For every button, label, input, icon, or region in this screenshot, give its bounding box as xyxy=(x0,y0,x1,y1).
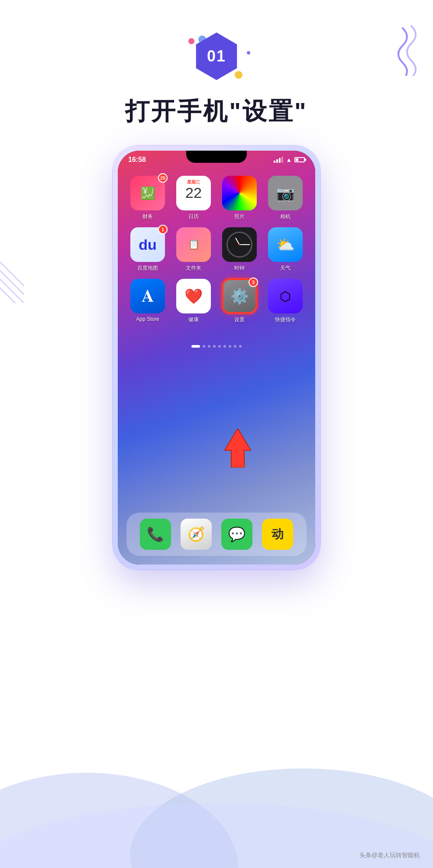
app-badge-settings: 3 xyxy=(249,278,258,287)
app-badge-baidu: 1 xyxy=(158,225,168,234)
app-icon-photos xyxy=(222,176,257,210)
app-item-appstore[interactable]: 𝐀 App Store xyxy=(128,279,167,323)
app-label-clock: 时钟 xyxy=(234,265,245,272)
app-icon-settings: ⚙️ 3 xyxy=(222,279,257,313)
battery-icon xyxy=(294,157,305,162)
bottom-decoration xyxy=(0,716,433,868)
app-item-folder[interactable]: 📋 文件夹 xyxy=(174,227,213,272)
app-icon-calendar: 星期三 22 xyxy=(176,176,211,210)
app-icon-baidu: du 1 xyxy=(130,227,165,262)
app-item-finance[interactable]: 💹 25 财务 xyxy=(128,176,167,220)
app-item-calendar[interactable]: 星期三 22 日历 xyxy=(174,176,213,220)
page-wrapper: 01 打开手机"设置" 16:58 xyxy=(0,0,433,570)
app-item-settings[interactable]: ⚙️ 3 设置 xyxy=(220,279,259,323)
page-dot-2 xyxy=(203,345,205,348)
app-grid: 💹 25 财务 星期三 22 日历 xyxy=(118,167,315,332)
status-icons: ▲ xyxy=(274,156,305,163)
page-title: 打开手机"设置" xyxy=(125,95,307,128)
app-icon-clock xyxy=(222,227,257,262)
page-dot-3 xyxy=(208,345,210,348)
app-label-weather: 天气 xyxy=(280,265,291,272)
page-dot-4 xyxy=(213,345,216,348)
app-icon-shortcuts: ⬡ xyxy=(268,279,303,313)
dock-dong-label: 动 xyxy=(271,526,284,542)
app-icon-weather: ⛅ xyxy=(268,227,303,262)
app-label-settings: 设置 xyxy=(234,316,245,323)
app-item-clock[interactable]: 时钟 xyxy=(220,227,259,272)
app-item-camera[interactable]: 📷 相机 xyxy=(266,176,305,220)
dock-app-dong[interactable]: 动 xyxy=(262,519,293,550)
signal-icon xyxy=(274,157,283,163)
wifi-icon: ▲ xyxy=(286,156,292,163)
page-dot-5 xyxy=(218,345,221,348)
calendar-day: 22 xyxy=(185,185,202,200)
app-icon-finance: 💹 25 xyxy=(130,176,165,210)
page-dots xyxy=(118,345,315,348)
app-item-baidu[interactable]: du 1 百度地图 xyxy=(128,227,167,272)
dot-pink xyxy=(188,38,194,44)
red-arrow-container xyxy=(220,429,255,469)
phone-mockup: 16:58 ▲ xyxy=(113,145,320,570)
page-dot-8 xyxy=(234,345,236,348)
app-badge-finance: 25 xyxy=(158,173,168,183)
watermark: 头条@老人玩转智能机 xyxy=(359,852,420,859)
svg-marker-7 xyxy=(225,429,251,468)
page-dot-7 xyxy=(229,345,231,348)
app-icon-folder: 📋 xyxy=(176,227,211,262)
dock-app-safari[interactable]: 🧭 xyxy=(181,519,212,550)
app-icon-appstore: 𝐀 xyxy=(130,279,165,313)
app-label-appstore: App Store xyxy=(136,316,159,322)
dock: 📞 🧭 💬 动 xyxy=(126,513,307,556)
page-dot-1 xyxy=(191,345,200,348)
phone-notch xyxy=(186,151,247,163)
page-dot-9 xyxy=(239,345,242,348)
app-item-weather[interactable]: ⛅ 天气 xyxy=(266,227,305,272)
app-label-shortcuts: 快捷指令 xyxy=(275,316,296,323)
app-icon-health: ❤️ xyxy=(176,279,211,313)
app-label-camera: 相机 xyxy=(280,213,291,220)
step-number: 01 xyxy=(207,47,226,65)
clock-face xyxy=(226,232,252,258)
app-item-health[interactable]: ❤️ 健康 xyxy=(174,279,213,323)
step-badge-area: 01 xyxy=(173,26,260,87)
app-icon-camera: 📷 xyxy=(268,176,303,210)
dot-purple-sm xyxy=(247,51,250,55)
app-item-shortcuts[interactable]: ⬡ 快捷指令 xyxy=(266,279,305,323)
status-time: 16:58 xyxy=(128,156,146,164)
dot-yellow xyxy=(235,71,242,79)
phone-screen: 16:58 ▲ xyxy=(118,151,315,565)
page-dot-6 xyxy=(223,345,226,348)
app-label-photos: 照片 xyxy=(234,213,245,220)
app-label-calendar: 日历 xyxy=(188,213,199,220)
app-item-photos[interactable]: 照片 xyxy=(220,176,259,220)
app-label-folder: 文件夹 xyxy=(186,265,201,272)
phone-outer: 16:58 ▲ xyxy=(113,145,320,570)
app-label-baidu: 百度地图 xyxy=(137,265,158,272)
phone-inner: 16:58 ▲ xyxy=(118,151,315,565)
app-label-finance: 财务 xyxy=(142,213,153,220)
dock-app-messages[interactable]: 💬 xyxy=(221,519,252,550)
dock-app-phone[interactable]: 📞 xyxy=(140,519,171,550)
red-arrow-icon xyxy=(220,429,255,468)
app-label-health: 健康 xyxy=(188,316,199,323)
